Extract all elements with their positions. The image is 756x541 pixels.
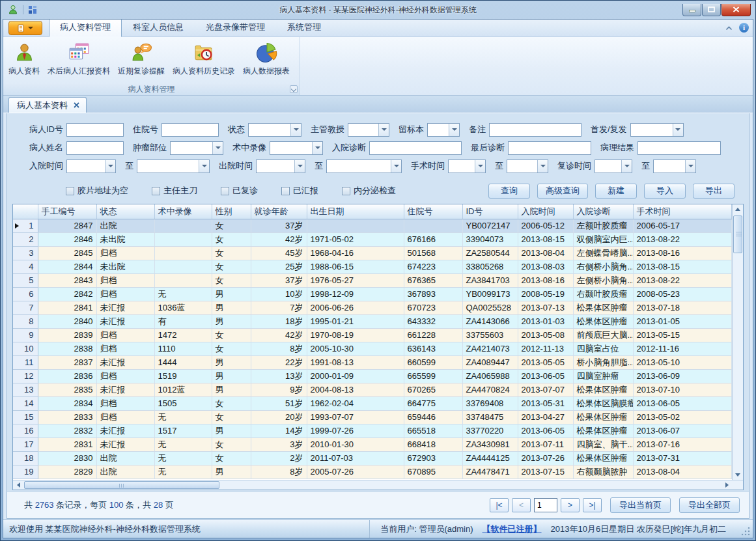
onset-type-select[interactable]: [630, 123, 684, 137]
cell-status[interactable]: 未汇报: [96, 301, 154, 314]
cell-gender[interactable]: 女: [212, 260, 251, 273]
cell-admit_date[interactable]: 2013-08-03: [518, 260, 573, 273]
chevron-down-icon[interactable]: [212, 142, 223, 154]
horizontal-scrollbar[interactable]: [13, 480, 743, 490]
cell-admission_no[interactable]: 664775: [404, 396, 462, 410]
surgery-to-select[interactable]: [507, 160, 548, 173]
ribbon-tab-2[interactable]: 科室人员信息: [122, 19, 195, 36]
cell-surgery_date[interactable]: 2013-07-10: [633, 383, 732, 396]
collapse-ribbon-icon[interactable]: [725, 21, 733, 33]
cell-manual_no[interactable]: 2831: [38, 437, 96, 451]
cell-diagnosis[interactable]: 右额颞脑脓肿: [573, 465, 633, 479]
ribbon-item-history-log[interactable]: 病人资料历史记录: [169, 39, 239, 78]
close-button[interactable]: [721, 4, 751, 16]
cell-status[interactable]: 归档: [96, 369, 154, 383]
cell-manual_no[interactable]: 2830: [38, 451, 96, 465]
cell-admit_date[interactable]: 2013-06-05: [518, 424, 573, 437]
cell-surgery_date[interactable]: 2013-08-22: [633, 273, 732, 287]
cell-id_no[interactable]: YB0072147: [462, 219, 518, 232]
cell-admit_date[interactable]: 2013-07-13: [518, 301, 573, 314]
cell-diagnosis[interactable]: 松果体区肿瘤: [573, 451, 633, 465]
surgery-video-select[interactable]: [270, 141, 323, 155]
cell-id_no[interactable]: ZA4478471: [462, 465, 518, 479]
cell-admission_no[interactable]: 643332: [404, 314, 462, 328]
row-selector[interactable]: 16: [13, 424, 38, 437]
cell-surgery_date[interactable]: 2013-07-31: [633, 451, 732, 465]
cell-manual_no[interactable]: 2840: [38, 314, 96, 328]
cell-status[interactable]: 归档: [96, 410, 154, 424]
column-header-surgery_date[interactable]: 手术时间: [633, 204, 732, 219]
row-selector[interactable]: 15: [13, 410, 38, 424]
cell-diagnosis[interactable]: 四脑室占位: [573, 342, 633, 355]
cell-diagnosis[interactable]: 松果体区脑膜瘤: [573, 396, 633, 410]
cell-surgery_date[interactable]: 2013-06-05: [633, 396, 732, 410]
cell-manual_no[interactable]: 2835: [38, 383, 96, 396]
discharge-from-select[interactable]: [256, 160, 305, 173]
maximize-button[interactable]: [702, 4, 721, 16]
ribbon-tab-4[interactable]: 系统管理: [276, 19, 332, 36]
checkbox-chief-surgeon[interactable]: 主任主刀: [152, 185, 197, 197]
cell-diagnosis[interactable]: 右颞叶胶质瘤: [573, 287, 633, 301]
cell-birth[interactable]: 1991-08-13: [307, 355, 404, 369]
ribbon-item-post-op-report[interactable]: 术后病人汇报资料: [44, 39, 114, 78]
cell-gender[interactable]: 女: [212, 232, 251, 246]
cell-admit_date[interactable]: 2013-01-03: [518, 314, 573, 328]
cell-surgery_date[interactable]: 2013-05-02: [633, 410, 732, 424]
row-selector[interactable]: 3: [13, 246, 38, 260]
cell-admission_no[interactable]: 674223: [404, 260, 462, 273]
cell-age[interactable]: 13岁: [251, 369, 307, 383]
cell-surgery_date[interactable]: 2013-08-22: [633, 232, 732, 246]
cell-id_no[interactable]: 33748475: [462, 410, 518, 424]
export-current-page-button[interactable]: 导出当前页: [610, 497, 671, 513]
cell-status[interactable]: 出院: [96, 219, 154, 232]
cell-admit_date[interactable]: 2013-05-05: [518, 355, 573, 369]
chevron-down-icon[interactable]: [391, 160, 401, 173]
cell-diagnosis[interactable]: 双侧脑室内巨...: [573, 232, 633, 246]
cell-birth[interactable]: 1988-06-15: [307, 260, 404, 273]
cell-age[interactable]: 37岁: [251, 273, 307, 287]
cell-id_no[interactable]: 33904073: [462, 232, 518, 246]
cell-admit_date[interactable]: 2013-05-31: [518, 396, 573, 410]
scroll-left-icon[interactable]: [13, 480, 23, 490]
row-selector[interactable]: 19: [13, 465, 38, 479]
cell-status[interactable]: 未出院: [96, 260, 154, 273]
cell-admission_no[interactable]: 501568: [404, 246, 462, 260]
cell-video[interactable]: 无: [154, 465, 212, 479]
first-page-button[interactable]: |<: [490, 498, 509, 512]
cell-video[interactable]: 无: [154, 437, 212, 451]
cell-gender[interactable]: 男: [212, 383, 251, 396]
cell-gender[interactable]: 男: [212, 287, 251, 301]
scroll-up-icon[interactable]: [733, 204, 743, 214]
cell-admit_date[interactable]: 2008-05-19: [518, 287, 573, 301]
column-header-gender[interactable]: 性别: [212, 204, 251, 219]
cell-video[interactable]: [154, 246, 212, 260]
cell-birth[interactable]: 1999-07-26: [307, 424, 404, 437]
cell-diagnosis[interactable]: 前颅底巨大脑...: [573, 328, 633, 342]
cell-age[interactable]: 51岁: [251, 396, 307, 410]
cell-gender[interactable]: 男: [212, 314, 251, 328]
cell-gender[interactable]: 女: [212, 328, 251, 342]
chevron-down-icon[interactable]: [449, 124, 459, 136]
cell-age[interactable]: 45岁: [251, 246, 307, 260]
cell-id_no[interactable]: YB0099173: [462, 287, 518, 301]
query-button[interactable]: 查询: [488, 184, 530, 199]
create-button[interactable]: 新建: [595, 184, 637, 199]
cell-status[interactable]: 未出院: [96, 232, 154, 246]
cell-diagnosis[interactable]: 四脑室、脑干...: [573, 437, 633, 451]
cell-admission_no[interactable]: 661228: [404, 328, 462, 342]
status-select[interactable]: [248, 123, 301, 137]
row-selector[interactable]: 1: [13, 219, 38, 232]
next-page-button[interactable]: >: [561, 498, 580, 512]
admit-from-select[interactable]: [66, 160, 116, 173]
cell-diagnosis[interactable]: 右侧桥小脑角...: [573, 260, 633, 273]
checkbox-reported[interactable]: 已汇报: [281, 185, 318, 197]
checkbox-endocrine-exam[interactable]: 内分泌检查: [342, 185, 396, 197]
cell-admit_date[interactable]: 2013-04-27: [518, 410, 573, 424]
remark-input[interactable]: [489, 123, 581, 137]
row-selector[interactable]: 8: [13, 314, 38, 328]
cell-diagnosis[interactable]: 松果体区肿瘤: [573, 301, 633, 314]
cell-surgery_date[interactable]: 2013-01-05: [633, 314, 732, 328]
cell-diagnosis[interactable]: 四脑室肿瘤: [573, 369, 633, 383]
cell-age[interactable]: 8岁: [251, 465, 307, 479]
export-all-pages-button[interactable]: 导出全部页: [679, 497, 740, 513]
